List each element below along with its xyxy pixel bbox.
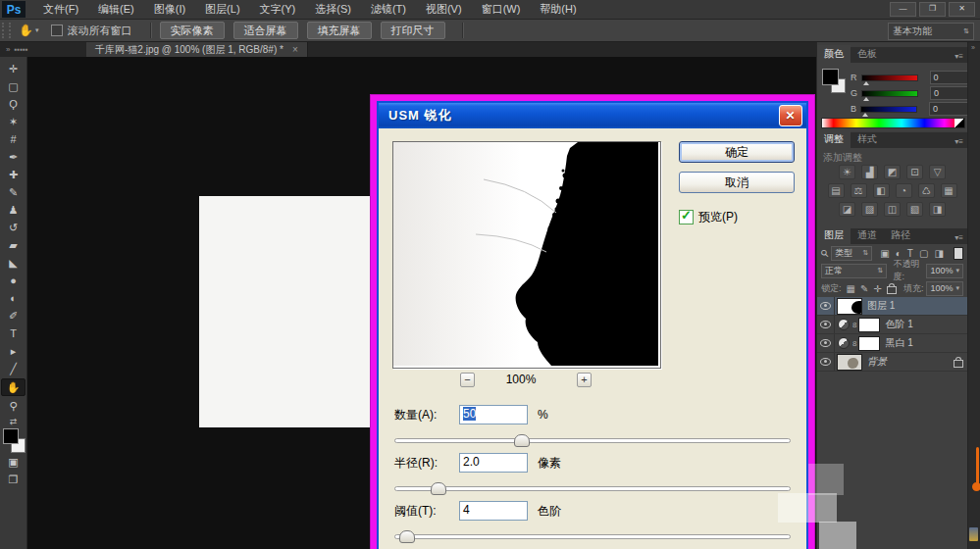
view-button-3[interactable]: 打印尺寸 <box>381 22 445 39</box>
zoom-in-button[interactable]: + <box>577 373 592 387</box>
hand-tool[interactable]: ✋ <box>1 378 26 396</box>
document-tab[interactable]: 千库网-猫2.jpg @ 100% (图层 1, RGB/8#) * × <box>86 42 308 57</box>
filter-icon-0[interactable]: ▣ <box>880 248 889 259</box>
eraser-tool[interactable]: ▰ <box>2 237 25 253</box>
panel-menu-icon[interactable]: ▾≡ <box>951 135 967 148</box>
adjustment-icon-1-2[interactable]: ◧ <box>873 183 890 198</box>
close-document-icon[interactable]: × <box>292 44 298 55</box>
eye-icon[interactable] <box>820 321 831 328</box>
radius-slider-thumb[interactable] <box>431 482 446 495</box>
layer-row[interactable]: 背景 <box>817 353 967 372</box>
lock-icon-2[interactable]: ✛ <box>873 283 881 294</box>
eye-icon[interactable] <box>820 339 831 347</box>
marquee-tool[interactable]: ▢ <box>2 78 25 94</box>
radius-slider-track[interactable] <box>394 486 791 491</box>
filter-kind-select[interactable]: 类型 ⇅ <box>831 246 872 261</box>
adjustment-icon-2-4[interactable]: ◨ <box>929 202 946 217</box>
color-swatches[interactable] <box>2 428 26 454</box>
channel-value[interactable]: 0 <box>929 102 969 116</box>
layer-mask-thumbnail[interactable] <box>858 336 880 351</box>
blur-tool[interactable]: ● <box>2 273 25 288</box>
menu-item-2[interactable]: 图像(I) <box>144 2 195 17</box>
lock-all-icon[interactable] <box>887 286 897 294</box>
amount-input[interactable]: 50 <box>459 405 528 424</box>
filter-icon-4[interactable]: ◨ <box>934 248 943 259</box>
pen-tool[interactable]: ✐ <box>2 308 25 324</box>
menu-item-7[interactable]: 视图(V) <box>416 2 472 17</box>
amount-slider-thumb[interactable] <box>514 434 530 447</box>
move-tool[interactable]: ✛ <box>2 61 25 76</box>
channel-slider-thumb[interactable] <box>863 81 869 85</box>
fill-value[interactable]: 100% ▾ <box>926 281 963 296</box>
magic-wand-tool[interactable]: ✶ <box>2 114 25 129</box>
tab-adjustments[interactable]: 调整 <box>817 130 851 148</box>
threshold-slider-track[interactable] <box>394 534 791 539</box>
workspace-switcher[interactable]: 基本功能 ⇅ <box>888 23 974 40</box>
visibility-cell[interactable] <box>817 316 835 333</box>
layer-row[interactable]: 8色阶 1 <box>817 316 967 334</box>
menu-item-4[interactable]: 文字(Y) <box>250 2 306 17</box>
view-button-2[interactable]: 填充屏幕 <box>307 22 372 39</box>
restore-button[interactable]: ❐ <box>919 2 946 17</box>
eye-icon[interactable] <box>820 358 831 366</box>
menu-item-9[interactable]: 帮助(H) <box>530 2 586 17</box>
menu-item-1[interactable]: 编辑(E) <box>88 2 144 17</box>
panel-menu-icon[interactable]: ▾≡ <box>951 231 967 244</box>
ok-button[interactable]: 确定 <box>679 141 795 163</box>
quick-mask-icon[interactable]: ▣ <box>2 454 25 470</box>
threshold-input[interactable]: 4 <box>459 501 528 521</box>
lock-icon-0[interactable]: ▦ <box>847 283 855 294</box>
filter-icon-1[interactable]: ◐ <box>896 248 902 259</box>
visibility-cell[interactable] <box>817 334 835 352</box>
tab-color[interactable]: 颜色 <box>817 45 851 63</box>
adjustment-icon-0-3[interactable]: ⊡ <box>906 165 923 179</box>
foreground-color-swatch[interactable] <box>3 428 19 444</box>
menu-item-3[interactable]: 图层(L) <box>195 2 249 17</box>
line-tool[interactable]: ╱ <box>2 361 25 376</box>
minimize-button[interactable]: — <box>890 2 916 17</box>
lasso-tool[interactable]: Ϙ <box>2 96 25 112</box>
swap-colors-icon[interactable]: ⇄ <box>10 417 18 426</box>
foreground-color-swatch[interactable] <box>822 69 839 85</box>
tab-channels[interactable]: 通道 <box>851 226 884 244</box>
dialog-title-bar[interactable]: USM 锐化 ✕ <box>379 103 806 128</box>
filter-icon-3[interactable]: ▢ <box>919 248 928 259</box>
channel-slider-thumb[interactable] <box>862 113 868 117</box>
visibility-cell[interactable] <box>817 353 835 371</box>
threshold-slider-thumb[interactable] <box>399 530 415 543</box>
crop-tool[interactable]: # <box>2 131 25 147</box>
adjustment-icon-1-1[interactable]: ⚖ <box>851 183 867 198</box>
channel-value[interactable]: 0 <box>930 71 970 84</box>
dodge-tool[interactable]: ◐ <box>2 290 25 306</box>
channel-gradient[interactable] <box>860 106 917 113</box>
channel-value[interactable]: 0 <box>930 86 970 100</box>
visibility-cell[interactable] <box>817 297 835 315</box>
eye-icon[interactable] <box>820 302 831 310</box>
filter-preview[interactable] <box>392 141 661 369</box>
dialog-close-button[interactable]: ✕ <box>779 105 802 126</box>
filter-icon-2[interactable]: T <box>907 248 913 259</box>
amount-slider-track[interactable] <box>394 438 791 443</box>
adjustment-icon-0-2[interactable]: ◩ <box>884 165 901 179</box>
layer-row[interactable]: 8黑白 1 <box>817 334 967 353</box>
tab-swatches[interactable]: 色板 <box>851 45 884 63</box>
channel-gradient[interactable] <box>861 75 918 81</box>
view-button-0[interactable]: 实际像素 <box>160 22 225 39</box>
lock-icon-1[interactable]: ✎ <box>860 283 868 294</box>
layer-mask-thumbnail[interactable] <box>858 318 880 332</box>
tab-styles[interactable]: 样式 <box>851 130 884 148</box>
layer-thumbnail[interactable] <box>837 298 862 315</box>
scroll-all-windows-checkbox[interactable] <box>51 25 63 36</box>
filter-toggle-icon[interactable] <box>954 247 963 260</box>
brush-tool[interactable]: ✎ <box>2 184 25 200</box>
tools-panel-header[interactable]: »▪▪▪▪▪ <box>0 42 65 57</box>
path-select-tool[interactable]: ▸ <box>2 343 25 359</box>
menu-item-6[interactable]: 滤镜(T) <box>361 2 416 17</box>
adjustment-icon-1-4[interactable]: ♺ <box>918 183 935 198</box>
channel-slider-thumb[interactable] <box>863 97 869 101</box>
clone-stamp-tool[interactable]: ♟ <box>2 202 25 218</box>
eyedropper-tool[interactable]: ✒ <box>2 149 25 165</box>
collapse-panels-icon[interactable]: » <box>971 44 975 51</box>
radius-input[interactable]: 2.0 <box>459 453 528 473</box>
adjustment-icon-2-3[interactable]: ▧ <box>906 202 923 217</box>
